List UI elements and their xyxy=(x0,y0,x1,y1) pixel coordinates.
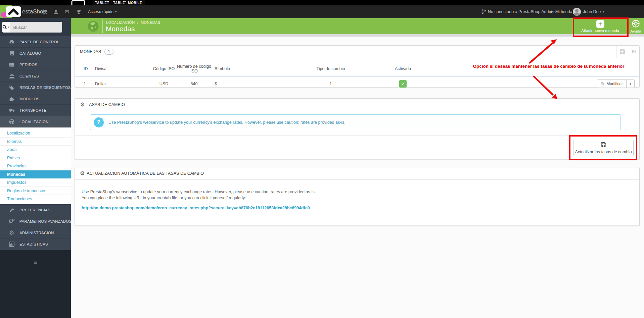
submenu-item-localizacion[interactable]: Localización xyxy=(0,129,71,138)
sidebar-item-pedidos[interactable]: PEDIDOS xyxy=(0,59,71,70)
column-header-tipo-de-cambio[interactable]: Tipo de cambio xyxy=(236,62,384,76)
column-header-numero-codigo-iso[interactable]: Número de código ISO xyxy=(176,62,213,76)
currency-row[interactable]: 1 Dollar USD 840 $ 1 ✔ ✎ Modificar xyxy=(75,76,639,91)
trophy-icon[interactable] xyxy=(76,5,81,18)
breadcrumb[interactable]: LOCALIZACIÓN / MONEDAS xyxy=(106,20,160,24)
column-header-simbolo[interactable]: Símbolo xyxy=(213,62,236,76)
sidebar-item-localizacion[interactable]: LOCALIZACIÓN xyxy=(0,116,71,127)
sidebar-search: ▾ xyxy=(0,18,71,36)
gears-icon: ⚙⚙ xyxy=(8,219,15,224)
stats-icon xyxy=(8,241,15,247)
add-currency-button[interactable]: + Añadir nueva moneda xyxy=(573,18,627,34)
currencies-count-badge: 1 xyxy=(104,49,113,55)
sidebar-item-transporte[interactable]: TRANSPORTE xyxy=(0,104,71,116)
gear-icon: ⚙ xyxy=(80,102,85,107)
user-menu[interactable]: John Doe ▾ xyxy=(573,5,604,18)
enabled-toggle[interactable]: ✔ xyxy=(399,80,407,88)
cell-id: 1 xyxy=(75,76,90,91)
toolbar-shadow xyxy=(71,34,644,37)
gear-icon: ⚙ xyxy=(8,230,15,235)
sidebar-collapse-button[interactable]: ≡ xyxy=(0,259,71,266)
localization-globe-icon xyxy=(88,21,99,32)
panel-add-button[interactable]: + xyxy=(616,46,628,58)
puzzle-icon xyxy=(8,96,15,102)
auto-update-panel-header: ⚙ ACTUALIZACIÓN AUTOMÁTICA DE LAS TASAS … xyxy=(75,167,639,180)
submenu-item-provincias[interactable]: Provincias xyxy=(0,162,71,170)
submenu-item-reglas-de-impuestos[interactable]: Reglas de impuestos xyxy=(0,187,71,195)
plus-icon: + xyxy=(596,20,604,28)
submenu-item-traducciones[interactable]: Traducciones xyxy=(0,195,71,203)
main-content: MONEDAS 1 + ↻ ID Divisa Código ISO Númer… xyxy=(71,37,644,318)
breadcrumb-page: MONEDAS xyxy=(141,20,160,24)
gear-icon: ⚙ xyxy=(80,171,85,176)
cart-icon[interactable] xyxy=(42,5,48,18)
mobile-button[interactable]: MOBILE xyxy=(126,0,145,5)
chevron-up-overlay-icon[interactable] xyxy=(6,6,21,17)
sidebar-item-preferencias[interactable]: PREFERENCIAS xyxy=(0,204,71,216)
pencil-icon: ✎ xyxy=(601,81,604,86)
breadcrumb-section[interactable]: LOCALIZACIÓN xyxy=(106,20,135,24)
panel-title: TASAS DE CAMBIO xyxy=(87,102,125,107)
addons-status[interactable]: No conectado a PrestaShop Addons xyxy=(481,5,556,18)
page-toolbar: LOCALIZACIÓN / MONEDAS Monedas + Añadir … xyxy=(71,18,644,34)
tablet-button[interactable]: TABLET xyxy=(93,0,111,5)
column-header-id[interactable]: ID xyxy=(75,62,90,76)
life-ring-icon xyxy=(632,19,640,29)
messages-icon[interactable]: ✉ xyxy=(65,5,69,18)
my-shop-link[interactable]: ★ Mi tienda xyxy=(549,5,572,18)
refresh-icon: ↻ xyxy=(631,48,636,55)
question-mark-icon: ? xyxy=(94,117,104,127)
sidebar-item-estadisticas[interactable]: ESTADÍSTICAS xyxy=(0,238,71,250)
sidebar-item-clientes[interactable]: CLIENTES xyxy=(0,70,71,82)
breadcrumb-separator: / xyxy=(137,20,138,24)
customer-icon[interactable] xyxy=(53,5,58,18)
search-scope-dropdown[interactable]: ▾ xyxy=(2,22,10,33)
cell-tipo-de-cambio: 1 xyxy=(236,76,384,91)
panel-title: ACTUALIZACIÓN AUTOMÁTICA DE LAS TASAS DE… xyxy=(87,171,204,176)
chevron-down-icon: ▾ xyxy=(603,10,605,13)
chevron-down-icon: ▾ xyxy=(8,25,10,29)
chevron-down-icon: ▾ xyxy=(630,82,631,86)
submenu-item-zona[interactable]: Zona xyxy=(0,146,71,154)
quick-access-menu[interactable]: Acceso rápido▾ xyxy=(88,5,117,18)
book-icon xyxy=(8,50,15,56)
webservice-info-alert: ? Use PrestaShop's webservice to update … xyxy=(90,114,621,130)
sidebar-item-administracion[interactable]: ⚙ ADMINISTRACIÓN xyxy=(0,227,71,238)
search-input[interactable] xyxy=(10,22,62,33)
tags-icon xyxy=(8,85,15,91)
desktop-monitor-icon[interactable] xyxy=(67,0,89,5)
user-name: John Doe xyxy=(583,9,601,14)
sidebar-item-catalogo[interactable]: CATÁLOGO xyxy=(0,47,71,59)
currencies-panel-header: MONEDAS 1 + ↻ xyxy=(75,46,639,58)
broken-link-icon xyxy=(481,9,486,15)
edit-button[interactable]: ✎ Modificar xyxy=(597,80,626,88)
cell-divisa: Dollar xyxy=(90,76,152,91)
localization-submenu: Localización Idiomas Zona Países Provinc… xyxy=(0,127,71,204)
prestashop-admin-window: TABLET TABLET MOBILE estaShop ✉ Acceso r… xyxy=(0,0,644,318)
cron-url-link[interactable]: http://bo.demo.prestashop.com/demo/cron_… xyxy=(82,205,310,211)
sidebar-item-parametros-avanzados[interactable]: ⚙⚙ PARÁMETROS AVANZADOS xyxy=(0,216,71,227)
sidebar: ▾ PANEL DE CONTROL CATÁLOGO PEDIDOS CLIE… xyxy=(0,18,71,318)
cell-numero-codigo-iso: 840 xyxy=(176,76,213,91)
submenu-item-paises[interactable]: Países xyxy=(0,154,71,162)
submenu-item-idiomas[interactable]: Idiomas xyxy=(0,138,71,146)
row-actions-dropdown[interactable]: ▾ xyxy=(626,80,634,88)
help-button[interactable]: Ayuda xyxy=(627,18,644,34)
column-header-activado[interactable]: Activado xyxy=(384,62,444,76)
customers-icon xyxy=(8,73,15,79)
globe-icon xyxy=(8,119,15,125)
panel-refresh-button[interactable]: ↻ xyxy=(628,46,639,58)
submenu-item-monedas[interactable]: Monedas xyxy=(0,170,71,179)
sidebar-nav: PANEL DE CONTROL CATÁLOGO PEDIDOS CLIENT… xyxy=(0,36,71,127)
sidebar-item-modulos[interactable]: MÓDULOS xyxy=(0,93,71,104)
sidebar-item-panel-de-control[interactable]: PANEL DE CONTROL xyxy=(0,36,71,47)
auto-update-panel: ⚙ ACTUALIZACIÓN AUTOMÁTICA DE LAS TASAS … xyxy=(75,167,640,226)
auto-update-panel-body: Use PrestaShop's webservice to update yo… xyxy=(75,180,639,211)
cron-info-line1: Use PrestaShop's webservice to update yo… xyxy=(82,189,633,195)
cell-codigo-iso: USD xyxy=(152,76,176,91)
column-header-divisa[interactable]: Divisa xyxy=(90,62,152,76)
sidebar-item-reglas-de-descuentos[interactable]: REGLAS DE DESCUENTOS xyxy=(0,82,71,93)
column-header-codigo-iso[interactable]: Código ISO xyxy=(152,62,176,76)
submenu-item-impuestos[interactable]: Impuestos xyxy=(0,178,71,187)
update-exchange-rates-button[interactable]: Actualizar las tasas de cambio xyxy=(573,140,634,156)
